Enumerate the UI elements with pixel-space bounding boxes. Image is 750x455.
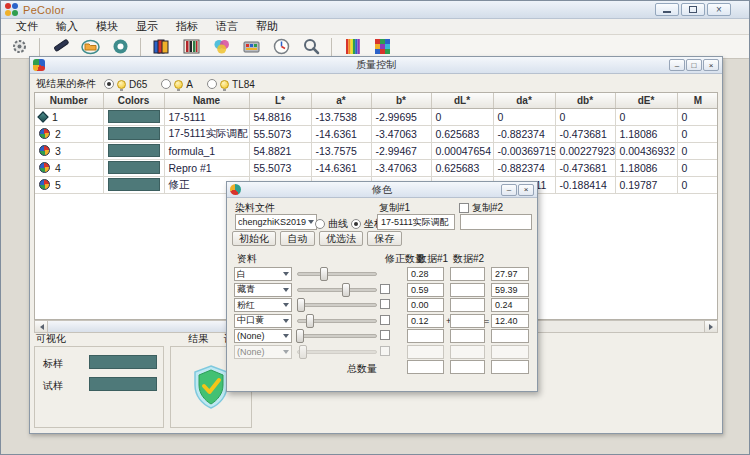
scroll-right-arrow-icon[interactable] — [704, 321, 717, 332]
qc-maximize-button[interactable]: □ — [686, 59, 702, 71]
data1-field[interactable] — [450, 329, 485, 343]
menu-item-3[interactable]: 模块 — [87, 18, 127, 35]
correction-amount-field[interactable]: 0.28 — [407, 267, 444, 281]
copy2-checkbox[interactable] — [459, 203, 469, 213]
toolbar-gear-icon[interactable] — [7, 36, 31, 57]
column-header-da[interactable]: da* — [493, 93, 555, 108]
copy1-field[interactable]: 17-5111实际调配 — [377, 214, 455, 230]
data1-field[interactable] — [450, 314, 485, 328]
menu-item-7[interactable]: 帮助 — [247, 18, 287, 35]
slider-thumb[interactable] — [296, 329, 304, 343]
amount-slider[interactable] — [297, 350, 377, 354]
data2-result-field[interactable] — [491, 329, 529, 343]
menu-item-2[interactable]: 输入 — [47, 18, 87, 35]
slider-thumb[interactable] — [299, 345, 307, 359]
mode-radio[interactable] — [315, 219, 325, 229]
initialize-button[interactable]: 初始化 — [232, 231, 276, 246]
dye-checkbox[interactable] — [380, 284, 390, 294]
dye-dropdown[interactable]: 藏青 — [234, 283, 292, 297]
data2-result-field[interactable]: 12.40 — [491, 314, 529, 328]
column-header-M[interactable]: M — [677, 93, 718, 108]
qc-titlebar[interactable]: 质量控制 – □ × — [30, 57, 722, 74]
menu-item-6[interactable]: 语言 — [207, 18, 247, 35]
dialog-minimize-button[interactable]: – — [501, 184, 517, 196]
table-row[interactable]: 217-5111实际调配55.5073-14.6361-3.470630.625… — [35, 125, 718, 142]
save-button[interactable]: 保存 — [367, 231, 402, 246]
table-row[interactable]: 3formula_154.8821-13.7575-2.994670.00047… — [35, 142, 718, 159]
slider-thumb[interactable] — [306, 314, 314, 328]
data1-field[interactable] — [450, 298, 485, 312]
amount-slider[interactable] — [297, 272, 377, 276]
column-header-Name[interactable]: Name — [164, 93, 249, 108]
minimize-button[interactable] — [655, 3, 679, 16]
toolbar-pen-icon[interactable] — [48, 36, 72, 57]
data1-field[interactable] — [450, 283, 485, 297]
total-data1-field[interactable] — [450, 360, 485, 374]
mode-option-1[interactable]: 曲线 — [315, 217, 348, 231]
dye-checkbox[interactable] — [380, 346, 390, 356]
correction-amount-field[interactable]: 0.00 — [407, 298, 444, 312]
illuminant-radio-A[interactable] — [161, 79, 171, 89]
column-header-dL[interactable]: dL* — [431, 93, 493, 108]
illuminant-option-TL84[interactable]: TL84 — [207, 79, 255, 90]
toolbar-donut-icon[interactable] — [108, 36, 132, 57]
column-header-a[interactable]: a* — [311, 93, 371, 108]
column-header-b[interactable]: b* — [371, 93, 431, 108]
dye-dropdown[interactable]: 中口黄 — [234, 314, 292, 328]
data2-result-field[interactable] — [491, 345, 529, 359]
illuminant-radio-TL84[interactable] — [207, 79, 217, 89]
toolbar-abacus-icon[interactable] — [179, 36, 203, 57]
mode-radio[interactable] — [351, 219, 361, 229]
data2-result-field[interactable]: 59.39 — [491, 283, 529, 297]
optimize-button[interactable]: 优选法 — [319, 231, 363, 246]
dye-checkbox[interactable] — [380, 315, 390, 325]
scroll-left-arrow-icon[interactable] — [35, 321, 48, 332]
dialog-close-button[interactable]: × — [518, 184, 534, 196]
column-header-Number[interactable]: Number — [35, 93, 103, 108]
amount-slider[interactable] — [297, 303, 377, 307]
dye-dropdown[interactable]: (None) — [234, 345, 292, 359]
amount-slider[interactable] — [297, 319, 377, 323]
amount-slider[interactable] — [297, 288, 377, 292]
column-header-dE[interactable]: dE* — [615, 93, 677, 108]
slider-thumb[interactable] — [297, 298, 305, 312]
correction-amount-field[interactable] — [407, 329, 444, 343]
table-row[interactable]: 4Repro #155.5073-14.6361-3.470630.625683… — [35, 159, 718, 176]
slider-thumb[interactable] — [342, 283, 350, 297]
total-data2-field[interactable] — [491, 360, 529, 374]
toolbar-color-drops-icon[interactable] — [209, 36, 233, 57]
amount-slider[interactable] — [297, 334, 377, 338]
toolbar-color-machine-icon[interactable] — [239, 36, 263, 57]
toolbar-clock-icon[interactable] — [269, 36, 293, 57]
total-amount-field[interactable] — [407, 360, 444, 374]
illuminant-option-D65[interactable]: D65 — [104, 79, 147, 90]
menu-item-5[interactable]: 指标 — [167, 18, 207, 35]
toolbar-folder-icon[interactable] — [78, 36, 102, 57]
data2-result-field[interactable]: 27.97 — [491, 267, 529, 281]
data1-field[interactable] — [450, 267, 485, 281]
dialog-titlebar[interactable]: 修色 – × — [227, 182, 537, 198]
slider-thumb[interactable] — [320, 267, 328, 281]
dye-checkbox[interactable] — [380, 299, 390, 309]
dye-dropdown[interactable]: 粉红 — [234, 298, 292, 312]
column-header-db[interactable]: db* — [555, 93, 615, 108]
column-header-L[interactable]: L* — [249, 93, 311, 108]
illuminant-option-A[interactable]: A — [161, 79, 193, 90]
data1-field[interactable] — [450, 345, 485, 359]
menu-item-4[interactable]: 显示 — [127, 18, 167, 35]
dye-dropdown[interactable]: 白 — [234, 267, 292, 281]
table-row[interactable]: 117-511154.8816-13.7538-2.9969500000 — [35, 108, 718, 125]
qc-close-button[interactable]: × — [703, 59, 719, 71]
dye-dropdown[interactable]: (None) — [234, 329, 292, 343]
maximize-button[interactable] — [681, 3, 705, 16]
illuminant-radio-D65[interactable] — [104, 79, 114, 89]
column-header-Colors[interactable]: Colors — [103, 93, 164, 108]
menu-item-1[interactable]: 文件 — [7, 18, 47, 35]
correction-amount-field[interactable] — [407, 345, 444, 359]
correction-amount-field[interactable]: 0.59 — [407, 283, 444, 297]
correction-amount-field[interactable]: 0.12 — [407, 314, 444, 328]
toolbar-swatch-book-icon[interactable] — [149, 36, 173, 57]
auto-button[interactable]: 自动 — [280, 231, 315, 246]
dye-file-dropdown[interactable]: chengzhiKS2019 — [235, 214, 317, 230]
close-button[interactable]: × — [707, 3, 731, 16]
